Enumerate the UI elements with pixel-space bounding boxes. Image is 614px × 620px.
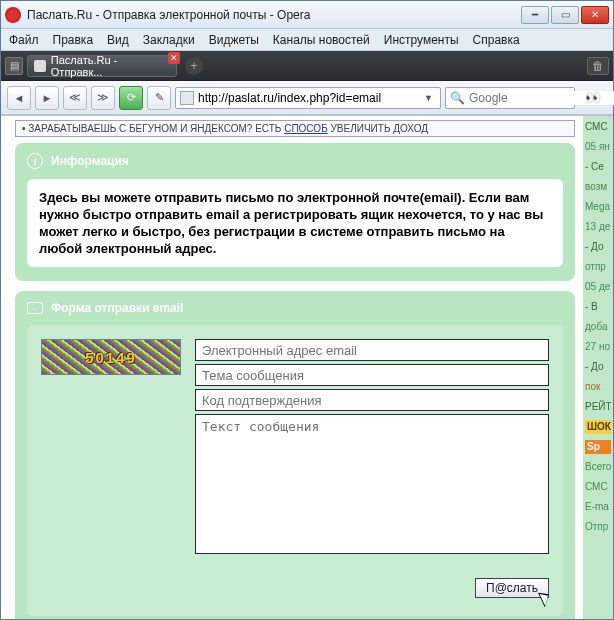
- info-icon: i: [27, 153, 43, 169]
- view-mode-button[interactable]: 👀: [579, 87, 607, 109]
- search-bar[interactable]: 🔍: [445, 87, 575, 109]
- favicon-icon: [34, 60, 46, 72]
- subject-field[interactable]: [195, 364, 549, 386]
- nav-toolbar: ◄ ► ≪ ≫ ⟳ ✎ ▼ 🔍 👀: [1, 81, 613, 115]
- reload-button[interactable]: ⟳: [119, 86, 143, 110]
- fastforward-button[interactable]: ≫: [91, 86, 115, 110]
- menu-feeds[interactable]: Каналы новостей: [273, 33, 370, 47]
- menu-bar: Файл Правка Вид Закладки Виджеты Каналы …: [1, 29, 613, 51]
- form-panel: Форма отправки email 50149: [15, 291, 575, 619]
- opera-icon: [5, 7, 21, 23]
- submit-button[interactable]: П@слать: [475, 578, 549, 598]
- trash-tabs-button[interactable]: 🗑: [587, 57, 609, 75]
- menu-tools[interactable]: Инструменты: [384, 33, 459, 47]
- email-field[interactable]: [195, 339, 549, 361]
- sidebar-fragment: СМС 05 ян - Се возм Mega 13 де - До отпр…: [583, 116, 613, 619]
- menu-view[interactable]: Вид: [107, 33, 129, 47]
- code-field[interactable]: [195, 389, 549, 411]
- browser-tab[interactable]: Паслать.Ru - Отправк... ✕: [27, 55, 177, 77]
- new-tab-button[interactable]: +: [185, 57, 203, 75]
- menu-widgets[interactable]: Виджеты: [209, 33, 259, 47]
- site-icon: [180, 91, 194, 105]
- mouse-cursor-icon: [541, 590, 555, 608]
- message-field[interactable]: [195, 414, 549, 554]
- captcha-text: 50149: [85, 349, 137, 366]
- rewind-button[interactable]: ≪: [63, 86, 87, 110]
- window-titlebar: Паслать.Ru - Отправка электронной почты …: [1, 1, 613, 29]
- menu-help[interactable]: Справка: [473, 33, 520, 47]
- ad-banner[interactable]: • ЗАРАБАТЫВАЕШЬ С БЕГУНОМ И ЯНДЕКСОМ? ЕС…: [15, 120, 575, 137]
- menu-bookmarks[interactable]: Закладки: [143, 33, 195, 47]
- info-panel: i Информация Здесь вы можете отправить п…: [15, 143, 575, 281]
- close-button[interactable]: ✕: [581, 6, 609, 24]
- page-viewport[interactable]: • ЗАРАБАТЫВАЕШЬ С БЕГУНОМ И ЯНДЕКСОМ? ЕС…: [1, 115, 613, 619]
- captcha-image: 50149: [41, 339, 181, 375]
- tab-label: Паслать.Ru - Отправк...: [51, 54, 170, 78]
- banner-link[interactable]: СПОСОБ: [284, 123, 328, 134]
- back-button[interactable]: ◄: [7, 86, 31, 110]
- maximize-button[interactable]: ▭: [551, 6, 579, 24]
- tab-bar: ▤ Паслать.Ru - Отправк... ✕ + 🗑: [1, 51, 613, 81]
- form-heading: Форма отправки email: [51, 301, 183, 315]
- address-bar[interactable]: ▼: [175, 87, 441, 109]
- url-input[interactable]: [198, 91, 420, 105]
- search-engine-icon[interactable]: 🔍: [450, 91, 465, 105]
- info-text: Здесь вы можете отправить письмо по элек…: [27, 179, 563, 267]
- menu-file[interactable]: Файл: [9, 33, 39, 47]
- info-heading: Информация: [51, 154, 129, 168]
- forward-button[interactable]: ►: [35, 86, 59, 110]
- menu-edit[interactable]: Правка: [53, 33, 94, 47]
- new-tab-left-button[interactable]: ▤: [5, 57, 23, 75]
- mail-icon: [27, 302, 43, 314]
- minimize-button[interactable]: ━: [521, 6, 549, 24]
- address-dropdown-icon[interactable]: ▼: [424, 93, 436, 103]
- tab-close-button[interactable]: ✕: [168, 52, 180, 64]
- wand-button[interactable]: ✎: [147, 86, 171, 110]
- window-title: Паслать.Ru - Отправка электронной почты …: [27, 8, 521, 22]
